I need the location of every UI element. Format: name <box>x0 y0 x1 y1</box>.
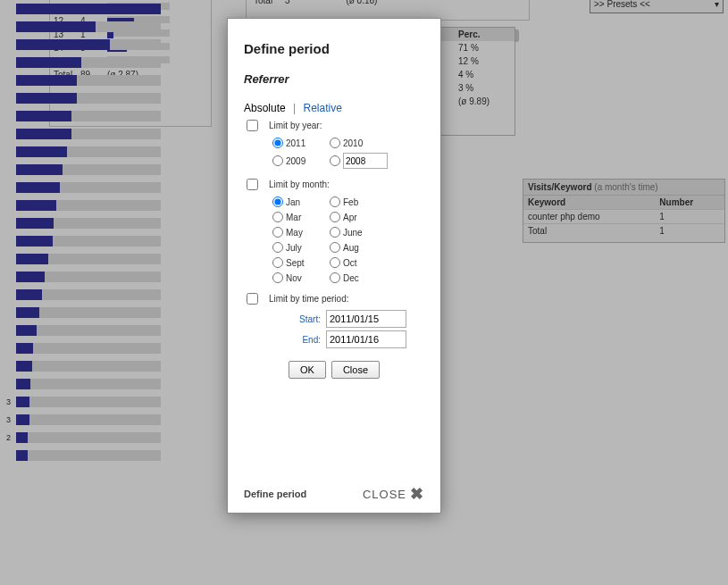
year-2009-radio[interactable] <box>272 155 283 166</box>
year-2010-radio[interactable] <box>330 138 340 148</box>
ok-button[interactable]: OK <box>289 361 326 379</box>
year-radio-group: 2011 2010 2009 <box>272 137 424 170</box>
year-2011-radio[interactable] <box>272 138 283 148</box>
month-mar-radio[interactable] <box>272 212 283 222</box>
footer-close-text: CLOSE <box>363 488 406 501</box>
tab-separator: | <box>293 102 296 114</box>
end-label: End: <box>302 335 321 345</box>
start-label: Start: <box>299 314 321 324</box>
month-apr-radio[interactable] <box>330 212 340 222</box>
limit-period-checkbox[interactable] <box>247 293 258 305</box>
year-custom-input[interactable] <box>343 153 388 169</box>
month-nov-radio[interactable] <box>272 272 283 283</box>
footer-title: Define period <box>244 489 306 499</box>
modal-subtitle: Referrer <box>244 72 424 86</box>
tab-absolute[interactable]: Absolute <box>244 102 286 114</box>
limit-year-label: Limit by year: <box>269 121 322 130</box>
tab-relative[interactable]: Relative <box>304 102 342 114</box>
year-custom-radio[interactable] <box>330 155 340 166</box>
month-radio-group: JanFebMarAprMayJuneJulyAugSeptOctNovDec <box>272 196 424 284</box>
modal-title: Define period <box>244 41 424 56</box>
month-july-radio[interactable] <box>272 242 283 253</box>
footer-close-link[interactable]: CLOSE ✖ <box>363 486 424 502</box>
close-button[interactable]: Close <box>331 361 380 379</box>
define-period-modal: Define period Referrer Absolute | Relati… <box>227 18 441 514</box>
limit-year-checkbox[interactable] <box>247 120 258 131</box>
month-jan-radio[interactable] <box>272 196 283 207</box>
month-oct-radio[interactable] <box>330 257 340 268</box>
month-may-radio[interactable] <box>272 227 283 238</box>
limit-month-checkbox[interactable] <box>247 179 258 190</box>
month-sept-radio[interactable] <box>272 257 283 268</box>
end-date-input[interactable] <box>326 330 406 348</box>
close-icon: ✖ <box>410 486 424 502</box>
limit-period-label: Limit by time period: <box>269 294 348 304</box>
month-aug-radio[interactable] <box>330 242 340 253</box>
month-dec-radio[interactable] <box>330 272 340 283</box>
limit-month-label: Limit by month: <box>269 180 330 189</box>
month-feb-radio[interactable] <box>330 196 340 207</box>
month-june-radio[interactable] <box>330 227 340 238</box>
start-date-input[interactable] <box>326 310 406 328</box>
